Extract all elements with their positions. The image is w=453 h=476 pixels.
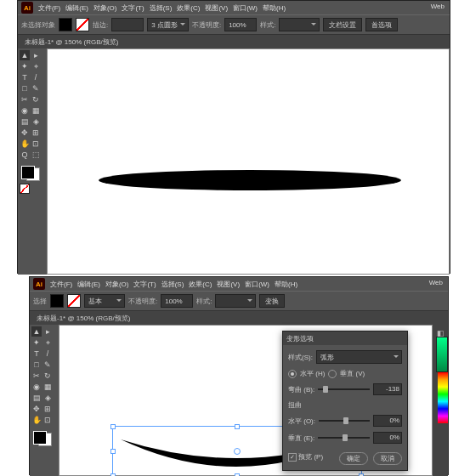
workspace-switcher[interactable]: Web xyxy=(431,3,445,10)
pencil-tool[interactable]: ✎ xyxy=(42,360,53,370)
lasso-tool[interactable]: ⌖ xyxy=(42,337,53,348)
menu-type[interactable]: 文字(T) xyxy=(133,280,156,289)
eyedropper-tool[interactable]: ⊞ xyxy=(42,404,53,414)
handle-top-left[interactable] xyxy=(110,424,116,429)
perspective-tool[interactable]: ▤ xyxy=(31,393,42,403)
vertical-radio[interactable] xyxy=(328,370,337,378)
vdist-slider[interactable] xyxy=(318,437,370,439)
pencil-tool[interactable]: ✎ xyxy=(31,83,41,94)
magic-wand-tool[interactable]: ✦ xyxy=(20,61,30,71)
bend-value[interactable]: -138 xyxy=(373,383,402,395)
menu-view[interactable]: 视图(V) xyxy=(205,3,228,13)
rectangle-tool[interactable]: □ xyxy=(31,360,42,370)
hand-tool[interactable]: ✋ xyxy=(31,415,42,425)
hand-tool[interactable]: ✋ xyxy=(20,139,30,149)
menu-file[interactable]: 文件(F) xyxy=(50,280,72,289)
workspace-switcher[interactable]: Web xyxy=(429,279,443,286)
type-tool[interactable]: T xyxy=(31,348,42,359)
type-tool[interactable]: T xyxy=(20,72,30,82)
shape-builder-tool[interactable]: ▦ xyxy=(42,382,53,392)
doc-setup-button[interactable]: 文档设置 xyxy=(323,18,362,31)
mesh-tool[interactable]: ◈ xyxy=(42,393,53,403)
menu-view[interactable]: 视图(V) xyxy=(217,280,240,289)
scissors-tool[interactable]: ✂ xyxy=(31,371,42,381)
menu-window[interactable]: 窗口(W) xyxy=(245,280,269,289)
rectangle-tool[interactable]: □ xyxy=(20,83,30,94)
menu-help[interactable]: 帮助(H) xyxy=(275,280,297,289)
prefs-button[interactable]: 首选项 xyxy=(365,18,398,31)
style-select[interactable]: 弧形 xyxy=(316,350,402,364)
handle-top-mid[interactable] xyxy=(235,424,240,429)
menu-select[interactable]: 选择(S) xyxy=(161,280,184,289)
style-dropdown[interactable] xyxy=(279,18,320,31)
menu-help[interactable]: 帮助(H) xyxy=(263,3,286,13)
vdist-value[interactable]: 0% xyxy=(373,432,402,444)
menu-edit[interactable]: 编辑(E) xyxy=(77,280,100,289)
stroke-weight-input[interactable] xyxy=(111,18,144,31)
transform-button[interactable]: 变换 xyxy=(259,294,285,308)
line-tool[interactable]: / xyxy=(42,348,53,359)
fill-color[interactable] xyxy=(21,166,35,179)
ok-button[interactable]: 确定 xyxy=(339,452,368,465)
line-tool[interactable]: / xyxy=(31,72,41,82)
none-mode[interactable] xyxy=(20,184,30,194)
slice-tool[interactable]: ⬚ xyxy=(31,150,41,160)
stroke-swatch[interactable] xyxy=(76,18,89,31)
menu-window[interactable]: 窗口(W) xyxy=(233,3,258,13)
menu-effect[interactable]: 效果(C) xyxy=(177,3,200,13)
dialog-titlebar[interactable]: 变形选项 xyxy=(283,332,407,345)
width-tool[interactable]: ◉ xyxy=(31,382,42,392)
fill-color[interactable] xyxy=(33,431,47,445)
zoom-tool[interactable]: Q xyxy=(20,150,30,160)
scissors-tool[interactable]: ✂ xyxy=(20,94,30,105)
menu-type[interactable]: 文字(T) xyxy=(122,3,144,13)
menu-select[interactable]: 选择(S) xyxy=(150,3,173,13)
canvas[interactable]: 变形选项 样式(S): 弧形 水平 (H) 垂直 (V) 弯曲 (B): xyxy=(59,325,433,476)
rotate-tool[interactable]: ↻ xyxy=(42,371,53,381)
hue-strip[interactable] xyxy=(438,372,448,423)
cancel-button[interactable]: 取消 xyxy=(373,452,402,465)
mesh-tool[interactable]: ◈ xyxy=(31,116,41,127)
menu-object[interactable]: 对象(O) xyxy=(93,3,117,13)
perspective-tool[interactable]: ▤ xyxy=(20,116,30,127)
shape-builder-tool[interactable]: ▦ xyxy=(31,105,41,116)
direct-selection-tool[interactable]: ▸ xyxy=(31,50,41,60)
artboard-tool[interactable]: ⊡ xyxy=(42,415,53,425)
artwork-ellipse[interactable] xyxy=(99,170,401,190)
color-picker[interactable] xyxy=(31,429,54,448)
hdist-slider[interactable] xyxy=(319,420,370,422)
fill-swatch[interactable] xyxy=(59,18,72,31)
handle-mid-left[interactable] xyxy=(110,449,116,454)
color-picker[interactable] xyxy=(20,164,42,183)
opacity-input[interactable]: 100% xyxy=(161,294,193,308)
lasso-tool[interactable]: ⌖ xyxy=(31,61,41,71)
width-tool[interactable]: ◉ xyxy=(20,105,30,116)
fill-swatch[interactable] xyxy=(50,294,64,308)
style-dropdown[interactable] xyxy=(215,294,256,308)
magic-wand-tool[interactable]: ✦ xyxy=(31,337,42,348)
horizontal-radio[interactable] xyxy=(288,370,297,378)
document-tab[interactable]: 未标题-1* @ 150% (RGB/预览) xyxy=(18,35,450,48)
gradient-tool[interactable]: ✥ xyxy=(20,128,30,138)
preview-checkbox[interactable] xyxy=(288,453,297,462)
selection-tool[interactable]: ▲ xyxy=(20,50,30,60)
canvas[interactable] xyxy=(47,48,450,275)
bend-slider[interactable] xyxy=(318,388,370,390)
menu-file[interactable]: 文件(F) xyxy=(38,3,60,13)
menu-edit[interactable]: 编辑(E) xyxy=(65,3,88,13)
eyedropper-tool[interactable]: ⊞ xyxy=(31,128,41,138)
document-tab[interactable]: 未标题-1* @ 150% (RGB/预览) xyxy=(30,311,448,325)
direct-selection-tool[interactable]: ▸ xyxy=(42,326,53,337)
rotate-tool[interactable]: ↻ xyxy=(31,94,41,105)
artboard-tool[interactable]: ⊡ xyxy=(31,139,41,149)
opacity-input[interactable]: 100% xyxy=(224,18,257,31)
menu-object[interactable]: 对象(O) xyxy=(105,280,129,289)
brush-dropdown[interactable]: 3 点圆形 xyxy=(147,18,189,31)
hdist-value[interactable]: 0% xyxy=(373,415,402,427)
stroke-swatch[interactable] xyxy=(67,294,81,308)
gradient-tool[interactable]: ✥ xyxy=(31,404,42,414)
selection-tool[interactable]: ▲ xyxy=(31,326,42,337)
menu-effect[interactable]: 效果(C) xyxy=(189,280,212,289)
brush-dropdown[interactable]: 基本 xyxy=(84,294,125,308)
color-preview[interactable] xyxy=(436,337,448,372)
